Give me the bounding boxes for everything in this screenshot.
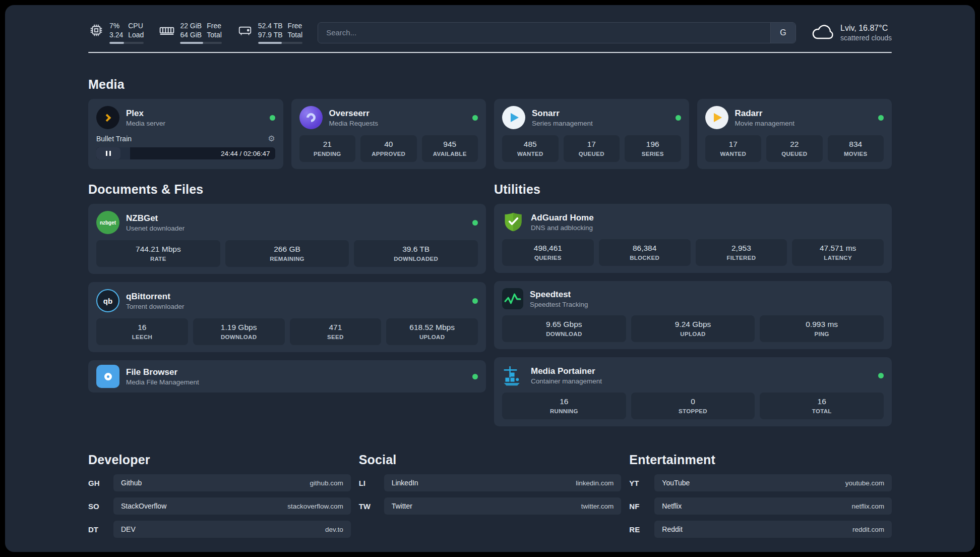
disk-metric: 52.4 TB 97.9 TB Free Total — [237, 21, 302, 44]
app-link-portainer[interactable]: Media Portainer Container management — [502, 364, 884, 386]
status-dot-online — [472, 298, 478, 304]
stat-label: AVAILABLE — [424, 151, 476, 157]
cpu-metric: 7% 3.24 CPU Load — [88, 21, 144, 44]
overseerr-icon — [299, 106, 323, 129]
stat-label: PENDING — [301, 151, 354, 157]
weather-condition: scattered clouds — [840, 34, 892, 42]
app-link-plex[interactable]: Plex Media server — [96, 106, 275, 129]
bookmark-url: github.com — [310, 479, 343, 487]
ram-free-value: 22 GiB — [180, 21, 202, 30]
app-card-sonarr: Sonarr Series management 485WANTED17QUEU… — [494, 99, 689, 169]
bookmark-row: RERedditreddit.com — [629, 521, 892, 538]
app-link-speedtest[interactable]: Speedtest Speedtest Tracking — [502, 288, 884, 309]
gear-icon[interactable] — [268, 135, 275, 143]
bookmark-name: DEV — [121, 525, 136, 533]
stat-tile: 39.6 TBDOWNLOADED — [354, 240, 478, 267]
app-link-radarr[interactable]: Radarr Movie management — [705, 106, 884, 129]
bookmark-name: LinkedIn — [392, 479, 418, 487]
bookmark-link[interactable]: YouTubeyoutube.com — [654, 474, 892, 491]
bookmark-abbr: SO — [88, 502, 106, 511]
status-dot-online — [878, 115, 884, 121]
stat-tile: 744.21 MbpsRATE — [96, 240, 220, 267]
playback-time: 24:44 / 02:06:47 — [221, 150, 270, 157]
stat-label: UPLOAD — [388, 334, 476, 340]
ram-icon — [159, 22, 175, 38]
stat-value: 16 — [98, 323, 186, 332]
stat-label: APPROVED — [362, 151, 415, 157]
bookmark-link[interactable]: LinkedInlinkedin.com — [384, 474, 622, 491]
stats-row: 744.21 MbpsRATE266 GBREMAINING39.6 TBDOW… — [96, 240, 478, 267]
stat-label: QUEUED — [566, 151, 618, 157]
bookmark-name: Netflix — [662, 502, 682, 510]
search-engine-button[interactable]: G — [770, 23, 795, 43]
app-card-speedtest: Speedtest Speedtest Tracking 9.65 GbpsDO… — [494, 281, 892, 349]
filebrowser-icon — [96, 365, 119, 388]
stat-label: DOWNLOAD — [195, 334, 283, 340]
app-name: qBittorrent — [126, 292, 185, 302]
app-card-radarr: Radarr Movie management 17WANTED22QUEUED… — [697, 99, 892, 169]
bookmarks-section: Developer GHGithubgithub.comSOStackOverf… — [88, 453, 892, 544]
stat-value: 9.24 Gbps — [633, 320, 753, 329]
section-title-documents: Documents & Files — [88, 182, 486, 197]
app-link-nzbget[interactable]: nzbget NZBGet Usenet downloader — [96, 211, 478, 234]
section-title-entertainment: Entertainment — [629, 453, 892, 467]
stat-label: LEECH — [98, 334, 186, 340]
app-card-filebrowser: File Browser Media File Management — [88, 360, 486, 393]
bookmark-row: NFNetflixnetflix.com — [629, 497, 892, 515]
stat-tile: 945AVAILABLE — [422, 135, 478, 162]
app-name: Overseerr — [329, 108, 379, 119]
nzbget-icon: nzbget — [96, 211, 119, 234]
app-name: Sonarr — [532, 108, 593, 119]
bookmark-link[interactable]: Twittertwitter.com — [384, 497, 622, 515]
bookmark-row: DTDEVdev.to — [88, 521, 351, 538]
search-bar: G — [318, 22, 796, 43]
disk-label-bottom: Total — [288, 30, 303, 39]
stat-value: 618.52 Mbps — [388, 323, 476, 332]
stat-value: 2,953 — [698, 244, 785, 253]
weather-widget: Lviv, 16.87°C scattered clouds — [811, 24, 892, 42]
media-progress-bar[interactable]: 24:44 / 02:06:47 — [96, 147, 275, 159]
stat-label: BLOCKED — [601, 255, 689, 261]
bookmark-row: SOStackOverflowstackoverflow.com — [88, 497, 351, 515]
stat-label: LATENCY — [794, 255, 882, 261]
bookmark-link[interactable]: StackOverflowstackoverflow.com — [113, 497, 351, 515]
stat-value: 39.6 TB — [356, 245, 476, 254]
stat-value: 47.571 ms — [794, 244, 882, 253]
weather-location: Lviv, 16.87°C — [840, 24, 892, 33]
stat-tile: 16RUNNING — [502, 393, 626, 419]
app-link-qbittorrent[interactable]: qb qBittorrent Torrent downloader — [96, 289, 478, 312]
app-link-sonarr[interactable]: Sonarr Series management — [502, 106, 681, 129]
app-card-nzbget: nzbget NZBGet Usenet downloader 744.21 M… — [88, 204, 486, 274]
radarr-icon — [705, 106, 728, 129]
bookmark-link[interactable]: Netflixnetflix.com — [654, 497, 892, 515]
app-link-overseerr[interactable]: Overseerr Media Requests — [299, 106, 478, 129]
bookmark-abbr: RE — [629, 525, 647, 534]
stat-label: UPLOAD — [633, 331, 753, 337]
stat-value: 1.19 Gbps — [195, 323, 283, 332]
cpu-label-bottom: Load — [128, 30, 144, 39]
app-link-adguard[interactable]: AdGuard Home DNS and adblocking — [502, 211, 884, 233]
stat-label: RUNNING — [504, 408, 624, 414]
qbittorrent-icon: qb — [96, 289, 119, 312]
bookmark-name: YouTube — [662, 479, 690, 487]
app-name: File Browser — [126, 367, 199, 377]
app-link-filebrowser[interactable]: File Browser Media File Management — [96, 365, 478, 388]
app-card-adguard: AdGuard Home DNS and adblocking 498,461Q… — [494, 204, 892, 273]
stat-tile: 834MOVIES — [828, 135, 884, 162]
stats-row: 9.65 GbpsDOWNLOAD9.24 GbpsUPLOAD0.993 ms… — [502, 315, 884, 342]
app-subtitle: Usenet downloader — [126, 225, 185, 232]
stat-label: WANTED — [707, 151, 760, 157]
bookmark-abbr: NF — [629, 502, 647, 511]
bookmark-link[interactable]: Redditreddit.com — [654, 521, 892, 538]
stat-value: 498,461 — [504, 244, 592, 253]
plex-icon — [96, 106, 119, 129]
search-input[interactable] — [318, 23, 770, 43]
bookmark-link[interactable]: DEVdev.to — [113, 521, 351, 538]
app-name: NZBGet — [126, 213, 185, 224]
section-title-utilities: Utilities — [494, 182, 892, 197]
pause-button[interactable] — [96, 147, 120, 159]
status-dot-online — [878, 373, 884, 378]
stat-label: PING — [762, 331, 882, 337]
bookmark-link[interactable]: Githubgithub.com — [113, 474, 351, 491]
bookmark-url: netflix.com — [851, 503, 884, 510]
